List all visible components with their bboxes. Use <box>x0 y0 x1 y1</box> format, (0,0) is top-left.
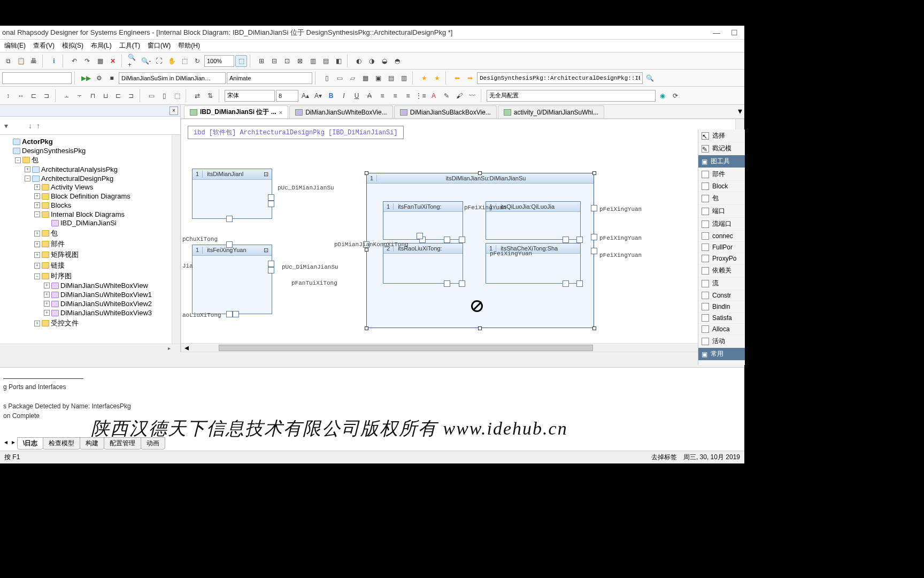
sz1-icon[interactable]: ▭ <box>145 90 157 102</box>
maximize-icon[interactable]: ☐ <box>731 28 738 37</box>
palette-port[interactable]: 端口 <box>698 205 745 218</box>
sz2-icon[interactable]: ▯ <box>158 90 170 102</box>
alignr-icon[interactable]: ≡ <box>402 90 414 102</box>
cfg2-icon[interactable]: ⟳ <box>669 90 681 102</box>
port[interactable] <box>591 205 597 211</box>
port[interactable] <box>268 201 274 207</box>
tree-vscroll[interactable] <box>172 135 180 352</box>
zoom-fit-icon[interactable]: ⛶ <box>153 55 165 67</box>
t-a4[interactable]: ⊠ <box>294 55 306 67</box>
tab-wb[interactable]: DiMianJianSuWhiteBoxVie... <box>289 105 393 118</box>
tree-actorpkg[interactable]: ActorPkg <box>22 138 53 146</box>
port[interactable] <box>563 280 569 287</box>
sel-handle[interactable] <box>365 326 368 330</box>
sel-handle[interactable] <box>365 248 368 252</box>
fontcolor-icon[interactable]: A <box>428 90 440 102</box>
v2-icon[interactable]: ▭ <box>334 72 345 84</box>
port[interactable] <box>268 194 274 201</box>
al7-icon[interactable]: ⊓ <box>87 90 98 102</box>
al6-icon[interactable]: ⫟ <box>74 90 86 102</box>
palette-select[interactable]: ↖选择 <box>698 130 745 142</box>
zoom-in-icon[interactable]: 🔍+ <box>127 55 139 67</box>
fill-icon[interactable]: 🖌 <box>453 90 465 102</box>
highlight-icon[interactable]: ✎ <box>441 90 452 102</box>
t-a1[interactable]: ⊞ <box>256 55 267 67</box>
port[interactable] <box>268 267 274 273</box>
tree-link[interactable]: 链接 <box>51 261 65 270</box>
tree-wb2[interactable]: DiMianJianSuWhiteBoxView2 <box>60 300 152 308</box>
undo-icon[interactable]: ↶ <box>68 55 80 67</box>
palette-fullport[interactable]: FullPor <box>698 242 745 253</box>
tree-matrix[interactable]: 矩阵视图 <box>51 250 79 260</box>
palette-activity[interactable]: 活动 <box>698 335 745 348</box>
diagram-canvas[interactable]: ibd [软件包] ArchitecturalDesignPkg [IBD_Di… <box>181 119 744 352</box>
refresh-icon[interactable]: ↻ <box>191 55 203 67</box>
nav-dropdown-icon[interactable]: ▾ <box>4 121 8 130</box>
palette-satisfa[interactable]: Satisfa <box>698 313 745 324</box>
menu-help[interactable]: 帮助(H) <box>176 40 202 51</box>
block-shache[interactable]: 1itsShaCheXiTong:Sha <box>486 243 581 284</box>
sel-handle[interactable] <box>365 171 368 175</box>
t-a7[interactable]: ◧ <box>333 55 344 67</box>
palette-depend[interactable]: 依赖关 <box>698 264 745 277</box>
star2-icon[interactable]: ★ <box>431 72 443 84</box>
paste-icon[interactable]: 📋 <box>15 55 27 67</box>
port[interactable] <box>226 311 233 317</box>
port[interactable] <box>226 241 233 248</box>
mode-combo[interactable] <box>227 72 312 84</box>
config-select[interactable] <box>2 72 72 84</box>
zoom-out-icon[interactable]: 🔍- <box>140 55 152 67</box>
al5-icon[interactable]: ⫠ <box>61 90 73 102</box>
underline-icon[interactable]: U <box>351 90 363 102</box>
port[interactable] <box>591 248 597 254</box>
block-feixingyuan[interactable]: 1itsFeiXingYuan⊡ <box>192 245 272 314</box>
delete-icon[interactable]: ✕ <box>107 55 119 67</box>
menu-edit[interactable]: 编辑(E) <box>2 40 28 51</box>
t-a6[interactable]: ▤ <box>320 55 332 67</box>
sp2-icon[interactable]: ⇅ <box>204 90 216 102</box>
palette-pkg[interactable]: 包 <box>698 192 745 205</box>
palette-stamp[interactable]: ✎戳记模 <box>698 142 745 155</box>
sel-handle[interactable] <box>478 171 482 175</box>
t-b2[interactable]: ◑ <box>366 55 378 67</box>
alignc-icon[interactable]: ≡ <box>389 90 401 102</box>
v5-icon[interactable]: ▣ <box>372 72 384 84</box>
port[interactable] <box>563 237 569 243</box>
tree-dsp[interactable]: DesignSynthesisPkg <box>22 147 86 155</box>
copy-icon[interactable]: ⧉ <box>2 55 14 67</box>
tree-aap[interactable]: ArchitecturalAnalysisPkg <box>41 165 118 173</box>
block-raoliu[interactable]: 2itsRaoLiuXiTong: <box>383 243 463 284</box>
tree-hscroll[interactable]: ▸ <box>0 344 180 352</box>
tab-ibd[interactable]: IBD_DiMianJianSi 位于 ...× <box>184 105 288 118</box>
italic-icon[interactable]: I <box>338 90 350 102</box>
t-a2[interactable]: ⊟ <box>268 55 280 67</box>
fwd-icon[interactable]: ➡ <box>464 72 476 84</box>
menu-window[interactable]: 窗口(W) <box>145 40 173 51</box>
redo-icon[interactable]: ↷ <box>81 55 93 67</box>
tree-pkg[interactable]: 包 <box>32 155 38 165</box>
alignl-icon[interactable]: ≡ <box>376 90 388 102</box>
palette-flowport[interactable]: 流端口 <box>698 218 745 231</box>
tree-ibd[interactable]: Internal Block Diagrams <box>51 210 125 218</box>
t-a5[interactable]: ▥ <box>307 55 319 67</box>
bullets-icon[interactable]: ⋮≡ <box>415 90 427 102</box>
t-b4[interactable]: ◓ <box>391 55 403 67</box>
port[interactable] <box>459 237 465 243</box>
tree-ibd-dm[interactable]: IBD_DiMianJianSi <box>60 219 117 227</box>
line-icon[interactable]: 〰 <box>466 90 478 102</box>
cfg1-icon[interactable]: ◉ <box>657 90 668 102</box>
palette-alloca[interactable]: Alloca <box>698 324 745 335</box>
port[interactable] <box>576 280 583 287</box>
font-combo[interactable] <box>225 90 275 102</box>
al9-icon[interactable]: ⊏ <box>112 90 124 102</box>
zoom-area-icon[interactable]: ⬚ <box>179 55 190 67</box>
port[interactable] <box>233 311 239 317</box>
tree-parts[interactable]: 部件 <box>51 239 65 249</box>
palette-constr[interactable]: Constr <box>698 290 745 301</box>
palette-flow[interactable]: 流 <box>698 277 745 290</box>
tree-seq[interactable]: 时序图 <box>51 271 72 281</box>
v3-icon[interactable]: ▱ <box>346 72 358 84</box>
zoom-combo[interactable] <box>204 55 234 67</box>
tab-bb[interactable]: DiMianJianSuBlackBoxVie... <box>394 105 497 118</box>
tree-wb1[interactable]: DiMianJianSuWhiteBoxView1 <box>60 291 152 299</box>
